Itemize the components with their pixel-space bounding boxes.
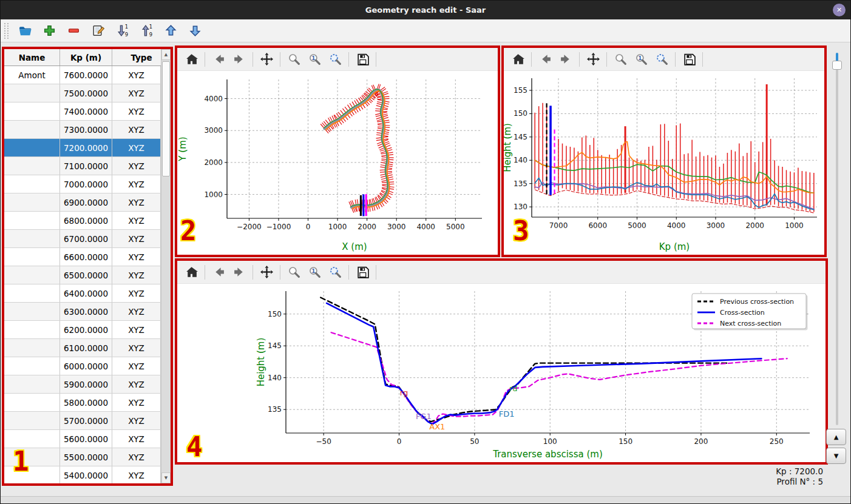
column-header-kp[interactable]: Kp (m) — [60, 49, 112, 66]
slider-handle[interactable] — [832, 61, 842, 70]
table-row[interactable]: 6400.0000XYZ — [4, 284, 161, 303]
svg-text:3000: 3000 — [707, 221, 725, 230]
table-row[interactable]: 5700.0000XYZ — [4, 412, 161, 430]
svg-text:150: 150 — [514, 109, 527, 118]
svg-text:150: 150 — [268, 310, 282, 318]
table-row[interactable]: Amont7600.0000XYZ — [4, 66, 161, 84]
table-cell-name — [4, 430, 60, 448]
table-cell-type: XYZ — [112, 466, 161, 483]
table-row[interactable]: 6800.0000XYZ — [4, 212, 161, 230]
toolbar-drag-handle[interactable] — [4, 23, 8, 39]
table-row[interactable]: 7000.0000XYZ — [4, 175, 161, 193]
table-row[interactable]: 7300.0000XYZ — [4, 121, 161, 139]
table-cell-type: XYZ — [112, 448, 161, 466]
home-button[interactable] — [182, 50, 200, 69]
table-cell-name — [4, 412, 60, 429]
remove-button[interactable] — [66, 22, 84, 40]
table-row[interactable]: 7200.0000XYZ — [4, 139, 161, 157]
table-row[interactable]: 5500.0000XYZ — [4, 448, 161, 466]
back-icon — [212, 265, 226, 279]
open-button[interactable] — [17, 22, 35, 40]
table-row[interactable]: 6900.0000XYZ — [4, 193, 161, 212]
back-button[interactable] — [209, 50, 228, 69]
save-button[interactable] — [353, 50, 371, 69]
svg-text:130: 130 — [514, 203, 527, 211]
table-cell-name: Amont — [4, 66, 60, 84]
pan-button[interactable] — [584, 50, 602, 69]
zoom-all-button[interactable] — [326, 50, 344, 69]
table-row[interactable]: 7500.0000XYZ — [4, 84, 161, 102]
profile-up-button[interactable]: ▲ — [826, 429, 846, 445]
table-row[interactable]: 6300.0000XYZ — [4, 303, 161, 321]
pan-button[interactable] — [257, 263, 276, 281]
profile-slider[interactable] — [831, 53, 843, 425]
table-row[interactable]: 7100.0000XYZ — [4, 157, 161, 175]
open-icon — [18, 24, 32, 38]
reach-table: Name Kp (m) Type Amont7600.0000XYZ7500.0… — [4, 49, 171, 483]
svg-text:0: 0 — [306, 223, 311, 231]
edit-button[interactable] — [90, 22, 108, 40]
table-cell-kp: 7600.0000 — [60, 66, 112, 84]
scroll-down-button[interactable]: ▼ — [161, 472, 171, 483]
zoom-all-button[interactable] — [326, 263, 344, 281]
table-row[interactable]: 6000.0000XYZ — [4, 357, 161, 375]
svg-text:−1000: −1000 — [266, 223, 291, 231]
table-cell-kp: 5400.0000 — [60, 466, 112, 483]
table-row[interactable]: 7400.0000XYZ — [4, 102, 161, 121]
back-button[interactable] — [536, 50, 554, 69]
svg-text:0: 0 — [397, 437, 402, 446]
move-down-button[interactable] — [187, 22, 205, 40]
table-row[interactable]: 6100.0000XYZ — [4, 339, 161, 357]
svg-text:Kp (m): Kp (m) — [659, 241, 690, 252]
save-button[interactable] — [353, 263, 371, 281]
add-button[interactable] — [41, 22, 59, 40]
zoom-one-button[interactable]: 1 — [632, 50, 650, 69]
profile-down-button[interactable]: ▼ — [826, 448, 846, 464]
table-cell-type: XYZ — [112, 230, 161, 247]
back-button[interactable] — [209, 263, 228, 281]
table-row[interactable]: 6500.0000XYZ — [4, 266, 161, 284]
forward-button[interactable] — [557, 50, 575, 69]
sort-descending-button[interactable]: 19 — [114, 22, 132, 40]
home-button[interactable] — [182, 263, 200, 281]
table-row[interactable]: 6700.0000XYZ — [4, 230, 161, 248]
move-up-icon — [164, 24, 178, 38]
table-cell-type: XYZ — [112, 303, 161, 320]
home-icon — [185, 52, 198, 66]
table-cell-name — [4, 139, 60, 156]
zoom-button[interactable] — [285, 263, 303, 281]
table-row[interactable]: 5800.0000XYZ — [4, 394, 161, 412]
close-button[interactable]: ✕ — [833, 4, 846, 16]
svg-text:145: 145 — [268, 341, 282, 350]
table-row[interactable]: 6200.0000XYZ — [4, 321, 161, 339]
forward-button[interactable] — [230, 50, 248, 69]
table-row[interactable]: 5400.0000XYZ — [4, 466, 161, 483]
pan-button[interactable] — [257, 50, 276, 69]
zoom-one-button[interactable]: 1 — [305, 50, 324, 69]
zoom-one-button[interactable]: 1 — [305, 263, 324, 281]
table-row[interactable]: 6600.0000XYZ — [4, 248, 161, 266]
table-row[interactable]: 5900.0000XYZ — [4, 375, 161, 394]
triangle-down-icon: ▼ — [834, 452, 839, 459]
zoom-button[interactable] — [611, 50, 629, 69]
scroll-up-button[interactable]: ▲ — [161, 49, 171, 60]
plan-view-panel: 1 −2000−10000100020003000400050001000200… — [175, 45, 500, 257]
zoom-button[interactable] — [285, 50, 303, 69]
forward-button[interactable] — [230, 263, 248, 281]
save-button[interactable] — [680, 50, 698, 69]
zoom-all-button[interactable] — [653, 50, 671, 69]
home-button[interactable] — [509, 50, 527, 69]
table-row[interactable]: 5600.0000XYZ — [4, 430, 161, 448]
sort-ascending-button[interactable]: 19 — [138, 22, 157, 40]
svg-text:5000: 5000 — [446, 223, 465, 231]
move-up-button[interactable] — [163, 22, 181, 40]
reach-table-body: Amont7600.0000XYZ7500.0000XYZ7400.0000XY… — [4, 66, 161, 483]
table-cell-kp: 6500.0000 — [60, 266, 112, 284]
table-cell-type: XYZ — [112, 157, 161, 175]
table-cell-kp: 7300.0000 — [60, 121, 112, 138]
table-cell-type: XYZ — [112, 357, 161, 375]
scrollbar-thumb[interactable] — [162, 61, 170, 176]
table-scrollbar[interactable]: ▲ ▼ — [161, 49, 171, 483]
column-header-name[interactable]: Name — [4, 49, 60, 66]
zoom-one-icon: 1 — [634, 52, 648, 66]
